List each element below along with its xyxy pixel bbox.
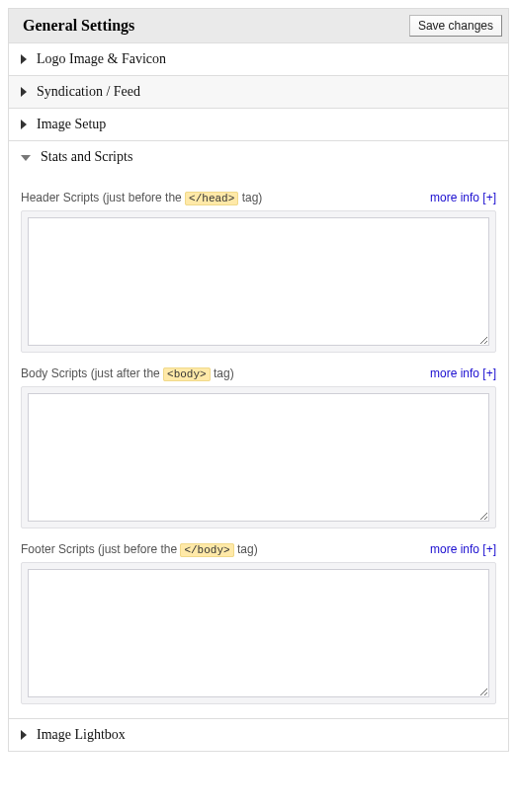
header-scripts-field: Header Scripts (just before the </head> …	[21, 191, 496, 353]
save-changes-button[interactable]: Save changes	[409, 15, 502, 37]
more-info-link[interactable]: more info [+]	[430, 366, 496, 380]
section-image-setup[interactable]: Image Setup	[9, 109, 508, 141]
label-pre: Footer Scripts (just before the	[21, 542, 180, 556]
chevron-right-icon	[21, 120, 27, 129]
field-label: Body Scripts (just after the <body> tag)	[21, 366, 234, 380]
section-stats-scripts[interactable]: Stats and Scripts	[9, 141, 508, 173]
section-label: Stats and Scripts	[41, 149, 132, 165]
section-label: Logo Image & Favicon	[37, 51, 166, 67]
section-label: Syndication / Feed	[37, 84, 140, 100]
chevron-right-icon	[21, 54, 27, 64]
footer-scripts-textarea[interactable]	[28, 569, 489, 697]
label-post: tag)	[234, 542, 258, 556]
header-scripts-textarea[interactable]	[28, 217, 489, 346]
stats-scripts-body: Header Scripts (just before the </head> …	[9, 173, 508, 719]
chevron-down-icon	[21, 155, 31, 161]
textarea-wrap	[21, 210, 496, 353]
body-scripts-textarea[interactable]	[28, 393, 489, 522]
chevron-right-icon	[21, 730, 27, 740]
section-label: Image Lightbox	[37, 727, 126, 743]
textarea-wrap	[21, 386, 496, 528]
more-info-link[interactable]: more info [+]	[430, 542, 496, 556]
field-header: Body Scripts (just after the <body> tag)…	[21, 366, 496, 380]
panel-header: General Settings Save changes	[9, 9, 508, 43]
code-tag: <body>	[163, 367, 211, 381]
section-logo-favicon[interactable]: Logo Image & Favicon	[9, 43, 508, 76]
label-pre: Header Scripts (just before the	[21, 191, 185, 204]
section-label: Image Setup	[37, 117, 106, 132]
field-label: Footer Scripts (just before the </body> …	[21, 542, 258, 556]
field-header: Header Scripts (just before the </head> …	[21, 191, 496, 204]
label-post: tag)	[238, 191, 262, 204]
more-info-link[interactable]: more info [+]	[430, 191, 496, 204]
textarea-wrap	[21, 562, 496, 704]
code-tag: </body>	[180, 543, 233, 557]
label-post: tag)	[211, 366, 234, 380]
body-scripts-field: Body Scripts (just after the <body> tag)…	[21, 366, 496, 528]
general-settings-panel: General Settings Save changes Logo Image…	[8, 8, 509, 752]
section-image-lightbox[interactable]: Image Lightbox	[9, 719, 508, 751]
section-syndication-feed[interactable]: Syndication / Feed	[9, 76, 508, 109]
field-label: Header Scripts (just before the </head> …	[21, 191, 262, 204]
panel-title: General Settings	[23, 17, 134, 35]
label-pre: Body Scripts (just after the	[21, 366, 163, 380]
code-tag: </head>	[185, 192, 238, 205]
footer-scripts-field: Footer Scripts (just before the </body> …	[21, 542, 496, 704]
field-header: Footer Scripts (just before the </body> …	[21, 542, 496, 556]
chevron-right-icon	[21, 87, 27, 97]
